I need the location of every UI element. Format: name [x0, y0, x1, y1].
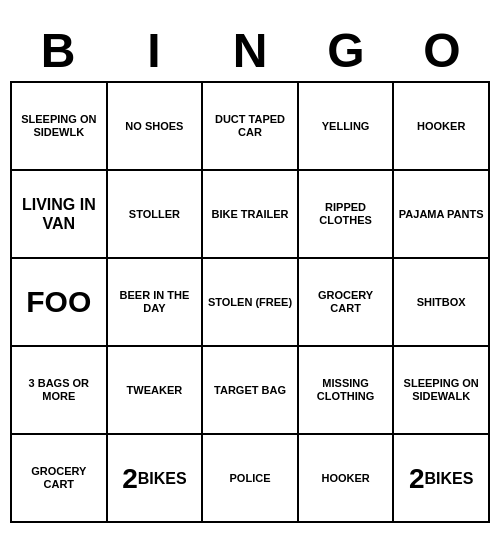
cell-r0-c4: HOOKER — [394, 83, 490, 171]
cell-r3-c4: SLEEPING ON SIDEWALK — [394, 347, 490, 435]
header-letter: O — [394, 21, 490, 82]
header-letter: G — [298, 21, 394, 82]
cell-r0-c1: NO SHOES — [108, 83, 204, 171]
cell-r4-c0: GROCERY CART — [12, 435, 108, 523]
cell-r2-c3: GROCERY CART — [299, 259, 395, 347]
cell-r4-c1: 2BIKES — [108, 435, 204, 523]
cell-r0-c0: SLEEPING ON SIDEWLK — [12, 83, 108, 171]
cell-r3-c1: TWEAKER — [108, 347, 204, 435]
cell-r0-c2: DUCT TAPED CAR — [203, 83, 299, 171]
cell-r2-c1: BEER IN THE DAY — [108, 259, 204, 347]
cell-r0-c3: YELLING — [299, 83, 395, 171]
cell-r1-c0: LIVING IN VAN — [12, 171, 108, 259]
header-letter: B — [10, 21, 106, 82]
cell-r2-c4: SHITBOX — [394, 259, 490, 347]
cell-r1-c2: BIKE TRAILER — [203, 171, 299, 259]
cell-r2-c0: FOO — [12, 259, 108, 347]
cell-r4-c4: 2BIKES — [394, 435, 490, 523]
bingo-grid: SLEEPING ON SIDEWLKNO SHOESDUCT TAPED CA… — [10, 81, 490, 523]
header-letter: I — [106, 21, 202, 82]
bingo-card: BINGO SLEEPING ON SIDEWLKNO SHOESDUCT TA… — [10, 21, 490, 524]
bingo-header: BINGO — [10, 21, 490, 82]
cell-r1-c4: PAJAMA PANTS — [394, 171, 490, 259]
cell-r3-c2: TARGET BAG — [203, 347, 299, 435]
cell-r3-c0: 3 BAGS OR MORE — [12, 347, 108, 435]
header-letter: N — [202, 21, 298, 82]
cell-r4-c3: HOOKER — [299, 435, 395, 523]
cell-r3-c3: MISSING CLOTHING — [299, 347, 395, 435]
cell-r1-c1: STOLLER — [108, 171, 204, 259]
cell-r2-c2: STOLEN (FREE) — [203, 259, 299, 347]
cell-r1-c3: RIPPED CLOTHES — [299, 171, 395, 259]
cell-r4-c2: POLICE — [203, 435, 299, 523]
